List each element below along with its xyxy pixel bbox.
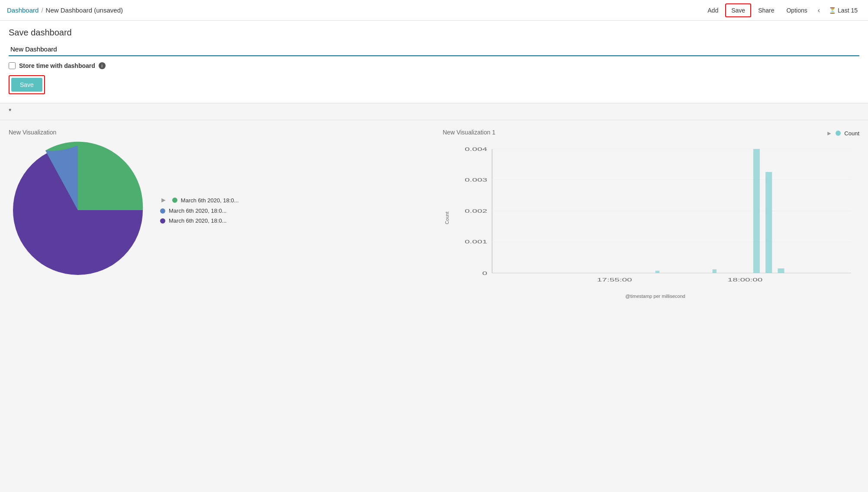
save-panel: Save dashboard Store time with dashboard… — [0, 21, 868, 103]
count-legend-dot — [836, 131, 841, 136]
y-axis-label: Count — [444, 211, 450, 224]
svg-rect-17 — [713, 269, 717, 273]
dashboard-content: New Visualization ► March 6th 2020, 18:0… — [0, 120, 868, 300]
save-btn-container: Save — [9, 75, 45, 94]
chart-plot-area: 0.004 0.003 0.002 0.001 0 17:55:00 18:00… — [451, 144, 859, 291]
svg-text:18:00:00: 18:00:00 — [728, 277, 763, 282]
navbar: Dashboard / New Dashboard (unsaved) Add … — [0, 0, 868, 21]
current-page-title: New Dashboard (unsaved) — [46, 6, 123, 14]
viz-left-title: New Visualization — [9, 129, 425, 136]
share-button[interactable]: Share — [753, 4, 779, 16]
store-time-row: Store time with dashboard i — [9, 62, 859, 69]
legend-label-1: March 6th 2020, 18:0... — [181, 197, 239, 204]
viz-right-title: New Visualization 1 — [443, 129, 495, 136]
legend-dot-3 — [160, 218, 165, 224]
svg-rect-13 — [753, 149, 760, 273]
pie-container: ► March 6th 2020, 18:0... March 6th 2020… — [9, 141, 425, 279]
breadcrumb: Dashboard / New Dashboard (unsaved) — [7, 6, 702, 14]
pie-legend: ► March 6th 2020, 18:0... March 6th 2020… — [160, 196, 239, 224]
svg-text:0.004: 0.004 — [465, 146, 487, 152]
chart-area: Count 0.004 0.003 — [443, 144, 859, 291]
svg-text:0: 0 — [482, 270, 487, 276]
legend-item-3: March 6th 2020, 18:0... — [160, 217, 239, 224]
svg-rect-14 — [765, 172, 772, 273]
svg-text:0.002: 0.002 — [465, 208, 487, 214]
asterisk-symbol: * — [9, 108, 11, 115]
clock-icon: ⏳ — [829, 7, 836, 14]
legend-item-2: March 6th 2020, 18:0... — [160, 208, 239, 214]
asterisk-row: * — [0, 103, 868, 120]
legend-dot-2 — [160, 208, 165, 214]
viz-left-panel: New Visualization ► March 6th 2020, 18:0… — [9, 129, 425, 291]
back-button[interactable]: ‹ — [814, 4, 823, 17]
svg-rect-15 — [778, 268, 784, 273]
svg-rect-16 — [656, 271, 659, 273]
svg-text:0.001: 0.001 — [465, 239, 487, 245]
navbar-save-button[interactable]: Save — [725, 3, 751, 17]
save-button[interactable]: Save — [11, 78, 42, 92]
dashboard-link[interactable]: Dashboard — [7, 6, 39, 14]
breadcrumb-separator: / — [41, 6, 43, 14]
play-icon-1: ► — [160, 196, 167, 204]
store-time-checkbox[interactable] — [9, 62, 16, 69]
legend-label-2: March 6th 2020, 18:0... — [169, 208, 227, 214]
add-button[interactable]: Add — [702, 4, 723, 16]
time-label: Last 15 — [838, 7, 858, 14]
options-button[interactable]: Options — [781, 4, 812, 16]
chart-legend-right: ► Count — [826, 130, 859, 137]
time-range[interactable]: ⏳ Last 15 — [825, 4, 861, 16]
svg-text:17:55:00: 17:55:00 — [597, 277, 632, 282]
viz-right-panel: New Visualization 1 ► Count Count — [443, 129, 859, 291]
count-legend-label: Count — [844, 130, 859, 137]
save-panel-title: Save dashboard — [9, 28, 859, 38]
store-time-label: Store time with dashboard — [19, 62, 95, 69]
dashboard-name-input[interactable] — [9, 43, 859, 56]
legend-label-3: March 6th 2020, 18:0... — [169, 217, 227, 224]
info-icon[interactable]: i — [99, 62, 106, 69]
play-icon-right: ► — [826, 130, 832, 137]
pie-chart — [9, 141, 147, 279]
legend-dot-1 — [172, 198, 177, 203]
navbar-actions: Add Save Share Options ‹ ⏳ Last 15 — [702, 3, 861, 17]
legend-item-1: ► March 6th 2020, 18:0... — [160, 196, 239, 204]
svg-text:0.003: 0.003 — [465, 177, 487, 183]
x-axis-label: @timestamp per millisecond — [451, 294, 859, 299]
